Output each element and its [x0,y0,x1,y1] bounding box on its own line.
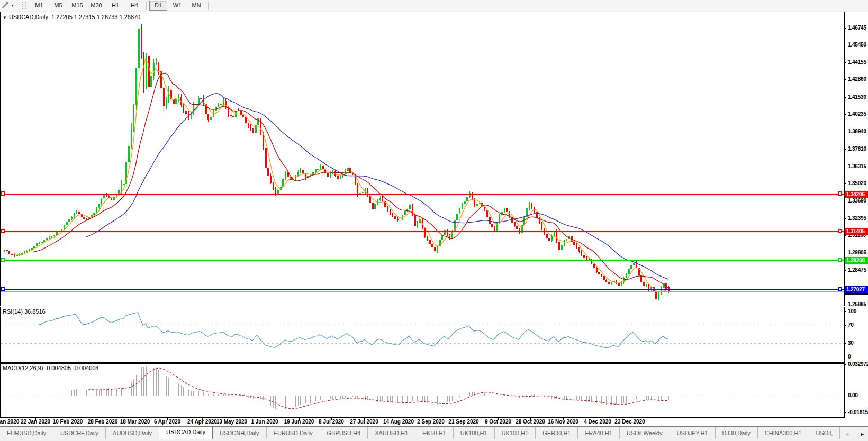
price-axis-label: 1.46745 [848,25,866,31]
timeframe-button-m5[interactable]: M5 [49,1,67,11]
chart-tab-ger30-h1[interactable]: GER30,H1 [536,427,578,439]
time-axis-label: 9 Oct 2020 [480,419,517,425]
timeframe-button-h1[interactable]: H1 [106,1,124,11]
hline-price-badge: 1.34206 [845,191,868,198]
chart-tab-usoil-[interactable]: USOil, [809,427,840,439]
chart-tab-uk100-h1[interactable]: UK100,H1 [454,427,495,439]
timeframe-button-w1[interactable]: W1 [168,1,186,11]
chart-tab-usoil-weekly[interactable]: USOil,Weekly [620,427,670,439]
price-panel[interactable] [0,12,845,306]
price-axis-label: 1.32395 [848,215,866,221]
chart-tab-dj30-daily[interactable]: DJ30,Daily [716,427,758,439]
axis-tick [845,167,846,167]
chart-ohlc-values: 1.27205 1.27315 1.26733 1.26870 [51,14,140,20]
macd-axis-label: -0.018154 [848,409,868,415]
axis-tick [845,357,846,357]
timeframe-toolbar: ▼ M1M5M15M30H1H4D1W1MN [0,0,868,11]
rsi-axis-label: 0 [848,354,851,360]
axis-tick [845,235,846,236]
toolbar-separator [19,2,19,10]
time-axis-label: 1 Jun 2020 [246,419,283,425]
axis-tick [845,412,846,413]
chart-window: ▼USDCAD,Daily 1.27205 1.27315 1.26733 1.… [0,12,868,426]
axis-tick [845,343,846,344]
window-bottom-strip [0,439,868,441]
timeframe-button-m15[interactable]: M15 [68,1,86,11]
time-axis-label: 28 Oct 2020 [512,419,549,425]
price-axis-label: 1.35020 [848,180,866,186]
axis-tick [845,201,846,201]
hline-price-badge: 1.31405 [845,228,868,235]
price-axis-label: 1.45450 [848,42,866,48]
tab-scroll-right-icon[interactable]: ► [860,431,865,437]
macd-label: MACD(12,26,9) -0.004805 -0.004004 [3,365,99,371]
chart-title: ▼USDCAD,Daily 1.27205 1.27315 1.26733 1.… [3,14,140,20]
price-axis-label: 1.36315 [848,163,866,169]
rsi-label: RSI(14) 36.8516 [3,308,46,315]
time-axis-label: 13 May 2020 [213,419,250,425]
time-axis-label: 23 Dec 2020 [611,419,648,425]
timeframe-button-mn[interactable]: MN [187,1,205,11]
timeframe-buttons: M1M5M15M30H1H4D1W1MN [30,1,211,11]
chart-tab-hk50-h1[interactable]: HK50,H1 [415,427,454,439]
price-axis-label: 1.37610 [848,146,866,152]
toolbar-separator [146,2,147,10]
price-axis-label: 1.42860 [848,76,866,82]
chart-tab-audusd-daily[interactable]: AUDUSD,Daily [106,427,159,439]
price-axis-label: 1.38940 [848,128,866,134]
time-axis-label: 14 Aug 2020 [380,419,417,425]
price-axis-label: 1.28475 [848,267,866,273]
chart-tab-eurusd-daily[interactable]: EURUSD,Daily [267,427,320,439]
axis-tick [845,62,846,63]
time-axis-label: 6 Apr 2020 [149,419,186,425]
axis-tick [845,364,846,365]
rsi-axis-label: 100 [848,308,856,314]
axis-tick [845,311,846,312]
axis-tick [845,253,846,253]
hline-price-badge: 1.27027 [845,286,868,293]
chart-tab-uk100-h1[interactable]: UK100,H1 [495,427,536,439]
time-axis-label: 21 Sep 2020 [445,419,482,425]
timeframe-button-m1[interactable]: M1 [30,1,48,11]
axis-tick [845,305,846,305]
chart-tab-xauusd-h1[interactable]: XAUUSD,H1 [368,427,415,439]
time-axis-label: 19 Jun 2020 [281,419,318,425]
axis-tick [845,45,846,45]
timeframe-button-d1[interactable]: D1 [149,1,167,11]
price-axis-gutter: 1.467451.454501.441551.428601.415301.402… [845,12,868,426]
chart-tab-eurusd-daily[interactable]: EURUSD,Daily [0,427,53,439]
chart-tabs: EURUSD,DailyUSDCHF,DailyAUDUSD,DailyUSDC… [0,427,844,439]
axis-tick [845,270,846,271]
tab-scroll-arrows: ◄ ► [844,431,868,439]
macd-axis-label: 0.00 [848,392,858,398]
hline-price-badge: 1.29208 [845,257,868,264]
price-axis-label: 1.44155 [848,59,866,65]
tool-dropdown-caret-icon[interactable]: ▼ [11,4,14,7]
axis-tick [845,183,846,184]
axis-tick [845,325,846,326]
macd-panel[interactable] [0,363,845,418]
time-axis-label: 2 Sep 2020 [412,419,449,425]
timeframe-button-h4[interactable]: H4 [125,1,143,11]
rsi-axis-label: 30 [848,340,854,346]
axis-tick [845,114,846,115]
chart-tab-usdjpy-h1[interactable]: USDJPY,H1 [670,427,716,439]
timeframe-button-m30[interactable]: M30 [87,1,105,11]
macd-axis-label: 0.032972 [848,361,868,367]
price-axis-label: 1.25885 [848,301,866,307]
chart-tab-usdcad-daily[interactable]: USDCAD,Daily [159,427,213,439]
toolbar-grip-handle[interactable] [22,2,26,9]
chart-tab-fra40-h1[interactable]: FRA40,H1 [578,427,619,439]
rsi-panel[interactable] [0,307,845,363]
chart-tab-usdcnh-daily[interactable]: USDCNH,Daily [213,427,267,439]
chart-tab-usdchf-daily[interactable]: USDCHF,Daily [53,427,106,439]
axis-tick [845,132,846,132]
rsi-axis-label: 70 [848,322,854,328]
chart-collapse-icon[interactable]: ▼ [3,15,7,20]
chart-tab-gbpusd-h4[interactable]: GBPUSD,H4 [320,427,368,439]
crosshair-tool-icon[interactable] [2,2,10,9]
time-axis-label: 8 Jul 2020 [313,419,350,425]
tab-scroll-left-icon[interactable]: ◄ [845,431,849,437]
time-axis-label: 4 Dec 2020 [579,419,616,425]
chart-tab-china300-h1[interactable]: CHINA300,H1 [758,427,809,439]
